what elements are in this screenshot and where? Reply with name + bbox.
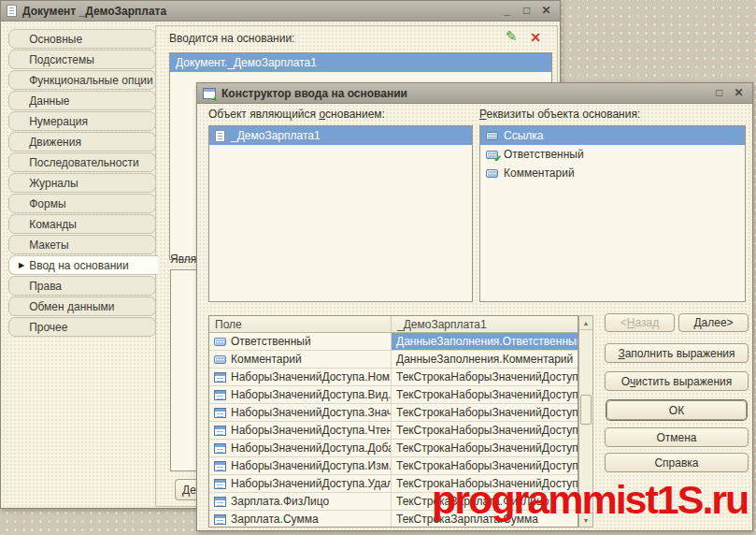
scroll-up-icon[interactable]: ▲: [579, 316, 592, 330]
tab-label: Обмен данными: [29, 300, 114, 313]
field-type-icon: [214, 390, 226, 400]
tab-label: Прочее: [29, 321, 67, 334]
field-name: НаборыЗначенийДоступа.Чтен...: [231, 424, 392, 437]
value-text: ТекСтрокаНаборыЗначенийДоступ...: [396, 370, 578, 383]
sidebar-tab[interactable]: ▶ Команды: [8, 214, 156, 234]
base-object-list[interactable]: _ДемоЗарплата1: [208, 125, 473, 302]
field-name: Ответственный: [231, 335, 311, 348]
maximize-icon[interactable]: □: [519, 4, 535, 18]
sidebar-tab[interactable]: ▶ Подсистемы: [8, 50, 156, 69]
cancel-button[interactable]: Отмена: [605, 427, 749, 447]
sidebar-tab[interactable]: ▶ Прочее: [8, 317, 156, 337]
field-cell[interactable]: НаборыЗначенийДоступа.Доба...: [209, 440, 392, 456]
sidebar-tab[interactable]: ▶ Права: [8, 276, 156, 296]
input-constructor-dialog: Конструктор ввода на основании □ ✕ Объек…: [196, 82, 753, 531]
dialog-titlebar[interactable]: Конструктор ввода на основании □ ✕: [197, 83, 752, 104]
sidebar-tab[interactable]: ▶ Обмен данными: [8, 296, 156, 316]
value-cell[interactable]: ДанныеЗаполнения.Комментарий: [392, 351, 578, 368]
list-item[interactable]: Комментарий: [480, 164, 745, 182]
clear-expressions-button[interactable]: Очистить выражения: [605, 371, 749, 391]
sidebar-tab[interactable]: ▶ Последовательности: [8, 152, 156, 172]
tab-label: Формы: [29, 197, 65, 210]
column-header-field: Поле: [209, 316, 392, 332]
sidebar-tab[interactable]: ▶ Нумерация: [8, 111, 156, 131]
list-item-label: _ДемоЗарплата1: [231, 129, 321, 142]
value-cell[interactable]: ТекСтрокаНаборыЗначенийДоступ...: [392, 404, 578, 421]
list-item-icon: [486, 169, 498, 178]
value-text: ТекСтрокаНаборыЗначенийДоступ...: [396, 459, 578, 472]
field-cell[interactable]: НаборыЗначенийДоступа.Вид...: [209, 386, 392, 403]
table-row[interactable]: НаборыЗначенийДоступа.Изм... ТекСтрокаНа…: [209, 457, 578, 475]
minimize-icon[interactable]: _: [499, 4, 515, 18]
sidebar-tab[interactable]: ▶ Ввод на основании: [8, 255, 158, 275]
list-item[interactable]: Документ._ДемоЗарплата1: [170, 53, 551, 72]
dialog-maximize-icon[interactable]: □: [711, 86, 727, 100]
column-header-value: _ДемоЗарплата1: [392, 316, 578, 332]
dialog-title: Конструктор ввода на основании: [221, 87, 407, 100]
table-row[interactable]: НаборыЗначенийДоступа.Чтен... ТекСтрокаН…: [209, 422, 578, 440]
edit-pencil-icon[interactable]: ✎: [503, 29, 520, 46]
field-cell[interactable]: Ответственный: [209, 333, 392, 350]
value-text: ТекСтрокаНаборыЗначенийДоступ...: [396, 441, 578, 455]
table-row[interactable]: НаборыЗначенийДоступа.Знач... ТекСтрокаН…: [209, 404, 578, 422]
base-object-label: Объект являющийся основанием:: [208, 108, 385, 121]
sidebar-tab[interactable]: ▶ Формы: [8, 194, 156, 213]
table-row[interactable]: Ответственный ДанныеЗаполнения.Ответстве…: [209, 333, 578, 351]
value-cell[interactable]: ТекСтрокаНаборыЗначенийДоступ...: [392, 422, 578, 439]
value-cell[interactable]: ТекСтрокаНаборыЗначенийДоступ...: [392, 386, 578, 403]
close-icon[interactable]: ✕: [538, 4, 554, 18]
list-item[interactable]: Ответственный: [480, 145, 745, 164]
sidebar-tab[interactable]: ▶ Данные: [8, 91, 156, 110]
field-name: Зарплата.Сумма: [231, 513, 319, 526]
value-cell[interactable]: ТекСтрокаНаборыЗначенийДоступ...: [392, 457, 578, 474]
ok-button[interactable]: ОК: [606, 400, 747, 420]
sidebar-tab[interactable]: ▶ Основные: [8, 29, 156, 49]
field-name: НаборыЗначенийДоступа.Знач...: [231, 406, 392, 419]
attributes-list[interactable]: Ссылка Ответственный Комментарий: [479, 125, 746, 302]
value-text: ДанныеЗаполнения.Комментарий: [396, 353, 573, 366]
next-button[interactable]: Далее>: [678, 313, 749, 332]
back-button[interactable]: <Назад: [605, 313, 675, 332]
based-on-label: Вводится на основании:: [169, 32, 294, 45]
tab-label: Основные: [29, 33, 82, 46]
sidebar-tab[interactable]: ▶ Движения: [8, 132, 156, 152]
sidebar-tab[interactable]: ▶ Функциональные опции: [8, 70, 156, 90]
main-window-titlebar[interactable]: Документ _ДемоЗарплата _ □ ✕: [1, 1, 560, 22]
sidebar-tab[interactable]: ▶ Макеты: [8, 235, 156, 254]
field-cell[interactable]: НаборыЗначенийДоступа.Удал...: [209, 475, 392, 492]
tab-label: Нумерация: [29, 115, 88, 128]
value-cell[interactable]: ДанныеЗаполнения.Ответственный: [392, 333, 578, 350]
field-name: НаборыЗначенийДоступа.Удал...: [231, 477, 392, 490]
list-item-label: Документ._ДемоЗарплата1: [176, 56, 317, 69]
list-item[interactable]: _ДемоЗарплата1: [209, 126, 472, 145]
list-item-label: Ссылка: [504, 129, 543, 142]
field-cell[interactable]: Зарплата.ФизЛицо: [209, 493, 392, 510]
table-row[interactable]: НаборыЗначенийДоступа.Вид... ТекСтрокаНа…: [209, 386, 578, 404]
field-cell[interactable]: НаборыЗначенийДоступа.Ном...: [209, 369, 392, 385]
value-cell[interactable]: ТекСтрокаНаборыЗначенийДоступ...: [392, 440, 578, 456]
sidebar-tab[interactable]: ▶ Журналы: [8, 173, 156, 193]
scrollbar-thumb[interactable]: [580, 395, 592, 425]
field-cell[interactable]: НаборыЗначенийДоступа.Изм...: [209, 457, 392, 474]
field-type-icon: [214, 408, 226, 418]
field-cell[interactable]: Комментарий: [209, 351, 392, 368]
field-name: Комментарий: [231, 353, 302, 366]
field-cell[interactable]: НаборыЗначенийДоступа.Чтен...: [209, 422, 392, 439]
field-name: НаборыЗначенийДоступа.Ном...: [231, 370, 392, 383]
list-item[interactable]: Ссылка: [480, 126, 745, 145]
value-text: ТекСтрокаНаборыЗначенийДоступ...: [396, 388, 578, 401]
field-cell[interactable]: Зарплата.Сумма: [209, 511, 392, 528]
value-cell[interactable]: ТекСтрокаНаборыЗначенийДоступ...: [392, 369, 578, 385]
table-row[interactable]: Комментарий ДанныеЗаполнения.Комментарий: [209, 351, 578, 369]
field-cell[interactable]: НаборыЗначенийДоступа.Знач...: [209, 404, 392, 421]
table-row[interactable]: НаборыЗначенийДоступа.Ном... ТекСтрокаНа…: [209, 369, 578, 386]
delete-x-icon[interactable]: ✕: [527, 30, 544, 47]
dialog-close-icon[interactable]: ✕: [731, 86, 747, 100]
help-button[interactable]: Справка: [605, 453, 749, 472]
table-row[interactable]: НаборыЗначенийДоступа.Доба... ТекСтрокаН…: [209, 440, 578, 457]
tab-label: Команды: [29, 218, 77, 231]
fill-expressions-button[interactable]: Заполнить выражения: [605, 343, 749, 363]
watermark: programmist1S.ru: [432, 477, 748, 523]
tab-label: Движения: [29, 136, 81, 149]
tab-label: Данные: [29, 94, 69, 108]
